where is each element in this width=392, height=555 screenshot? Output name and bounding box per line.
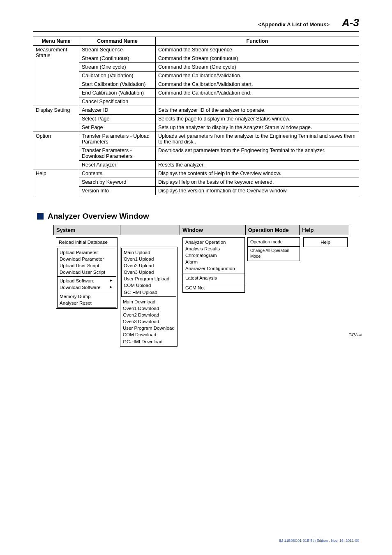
th-function: Function bbox=[156, 37, 359, 46]
section-title: Analyzer Overview Window bbox=[48, 212, 149, 221]
function-cell: Command the Calibration/Validation start… bbox=[156, 80, 359, 89]
menu-item: Main Download bbox=[123, 298, 175, 305]
menu-item: Oven1 Upload bbox=[124, 256, 174, 262]
table-row: Set PageSets up the analyzer to display … bbox=[33, 123, 359, 132]
menu-item: Download Software bbox=[60, 284, 114, 291]
menu-item: Upload Parameter bbox=[60, 249, 114, 256]
table-row: Stream (Continuous)Command the Stream (c… bbox=[33, 54, 359, 63]
function-cell: Selects the page to display in the Analy… bbox=[156, 115, 359, 123]
window-boxes: Analyzer OperationAnalysis ResultsChroma… bbox=[182, 237, 245, 293]
menu-item: Analysis Results bbox=[185, 245, 242, 252]
menu-table: Menu Name Command Name Function Measurem… bbox=[33, 37, 359, 195]
menu-name-cell: Help bbox=[33, 169, 79, 195]
menu-item: GC-HMI Download bbox=[123, 338, 175, 345]
command-cell: Calibration (Validation) bbox=[79, 72, 156, 80]
function-cell: Displays Help on the basis of the keywor… bbox=[156, 178, 359, 187]
command-cell: Reset Analyzer bbox=[79, 161, 156, 169]
menu-item: Help bbox=[306, 239, 345, 245]
menu-name-cell: Measurement Status bbox=[33, 46, 79, 106]
menu-item: Analyzer Operation bbox=[185, 239, 242, 245]
table-row: Stream (One cycle)Command the Stream (On… bbox=[33, 63, 359, 72]
table-row: Calibration (Validation)Command the Cali… bbox=[33, 72, 359, 80]
command-cell: Transfer Parameters - Download Parameter… bbox=[79, 146, 156, 161]
system-box-1: Reload Initial Database bbox=[56, 237, 118, 247]
command-cell: Search by Keyword bbox=[79, 178, 156, 187]
command-cell: Stream Sequence bbox=[79, 46, 156, 54]
col-opmode: Operation Mode bbox=[246, 225, 300, 235]
col-window: Window bbox=[180, 225, 246, 235]
menu-name-cell: Display Setting bbox=[33, 106, 79, 132]
menu-item: Main Upload bbox=[124, 249, 174, 256]
col-spacer bbox=[120, 225, 180, 235]
menu-item: User Program Download bbox=[123, 325, 175, 331]
menu-item: GC-HMI Upload bbox=[124, 289, 174, 296]
menu-item: User Program Upload bbox=[124, 275, 174, 282]
menu-item: Change All Operation Mode bbox=[250, 248, 297, 259]
function-cell: Displays the version information of the … bbox=[156, 187, 359, 195]
table-row: End Calibration (Validation)Command the … bbox=[33, 89, 359, 97]
menu-item: Reload Initial Database bbox=[59, 239, 115, 245]
square-icon bbox=[37, 213, 44, 220]
window-box-b: Latest Analysis bbox=[182, 273, 245, 283]
function-cell: Downloads set parameters from the Engine… bbox=[156, 146, 359, 161]
menu-item: Anaraizer Configuration bbox=[185, 265, 242, 272]
function-cell: Command the Calibration/Validation. bbox=[156, 72, 359, 80]
th-command: Command Name bbox=[79, 37, 156, 46]
command-cell: Transfer Parameters - Upload Parameters bbox=[79, 132, 156, 146]
menu-item: COM Upload bbox=[124, 282, 174, 289]
header-subtitle: <Appendix A List of Menus> bbox=[258, 21, 330, 28]
command-cell: Start Calibration (Validation) bbox=[79, 80, 156, 89]
diagram-footnote: T17A.ai bbox=[349, 333, 362, 337]
page-footer: IM 11B06C01-01E 5th Edition : Nov. 16, 2… bbox=[279, 539, 359, 543]
table-row: Select PageSelects the page to display i… bbox=[33, 115, 359, 123]
menu-item: Oven2 Upload bbox=[124, 262, 174, 269]
menu-item: Oven2 Download bbox=[123, 312, 175, 318]
window-box-a: Analyzer OperationAnalysis ResultsChroma… bbox=[182, 237, 245, 273]
window-box-c: GCM No. bbox=[182, 283, 245, 293]
function-cell: Command the Stream (continuous) bbox=[156, 54, 359, 63]
help-box: Help bbox=[303, 237, 348, 247]
section-heading: Analyzer Overview Window bbox=[37, 212, 359, 221]
command-cell: Contents bbox=[79, 169, 156, 178]
function-cell: Command the Stream (One cycle) bbox=[156, 63, 359, 72]
menu-item: Oven3 Download bbox=[123, 318, 175, 325]
function-cell: Displays the contents of Help in the Ove… bbox=[156, 169, 359, 178]
table-row: HelpContentsDisplays the contents of Hel… bbox=[33, 169, 359, 178]
menu-item: Upload User Script bbox=[60, 262, 114, 269]
command-cell: Analyzer ID bbox=[79, 106, 156, 115]
menu-item: Memory Dump bbox=[60, 293, 114, 300]
command-cell: Select Page bbox=[79, 115, 156, 123]
function-cell: Uploads set parameters from the analyzer… bbox=[156, 132, 359, 146]
command-cell: Cancel Specification bbox=[79, 97, 156, 106]
menu-item: COM Download bbox=[123, 331, 175, 338]
menu-name-cell: Option bbox=[33, 132, 79, 169]
opmode-box-2: Change All Operation Mode bbox=[247, 246, 300, 261]
menu-item: Latest Analysis bbox=[185, 275, 242, 281]
col-system: System bbox=[54, 225, 120, 235]
system-box-2: Upload ParameterDownload ParameterUpload… bbox=[56, 247, 118, 309]
command-cell: Version Info bbox=[79, 187, 156, 195]
menu-item: GCM No. bbox=[185, 284, 242, 291]
table-row: Search by KeywordDisplays Help on the ba… bbox=[33, 178, 359, 187]
overview-diagram: System Window Operation Mode Help Reload… bbox=[53, 225, 349, 235]
menu-item: Download Parameter bbox=[60, 256, 114, 262]
function-cell: Sets up the analyzer to display in the A… bbox=[156, 123, 359, 132]
th-menu: Menu Name bbox=[33, 37, 79, 46]
table-row: Start Calibration (Validation)Command th… bbox=[33, 80, 359, 89]
menu-item: Oven1 Download bbox=[123, 305, 175, 312]
table-row: Measurement StatusStream SequenceCommand… bbox=[33, 46, 359, 54]
overview-header-row: System Window Operation Mode Help bbox=[53, 225, 349, 235]
menu-item: Alarm bbox=[185, 259, 242, 265]
command-cell: Set Page bbox=[79, 123, 156, 132]
download-submenu: Main DownloadOven1 DownloadOven2 Downloa… bbox=[120, 297, 178, 347]
col-help: Help bbox=[300, 225, 349, 235]
menu-item: Upload Software bbox=[60, 278, 114, 284]
menu-item: Analyser Reset bbox=[60, 300, 114, 306]
menu-item: Chromatogram bbox=[185, 252, 242, 259]
table-row: Transfer Parameters - Download Parameter… bbox=[33, 146, 359, 161]
header-page-number: A-3 bbox=[342, 16, 359, 29]
table-row: Reset AnalyzerResets the analyzer. bbox=[33, 161, 359, 169]
table-row: OptionTransfer Parameters - Upload Param… bbox=[33, 132, 359, 146]
menu-item: Download User Script bbox=[60, 269, 114, 275]
function-cell bbox=[156, 97, 359, 106]
